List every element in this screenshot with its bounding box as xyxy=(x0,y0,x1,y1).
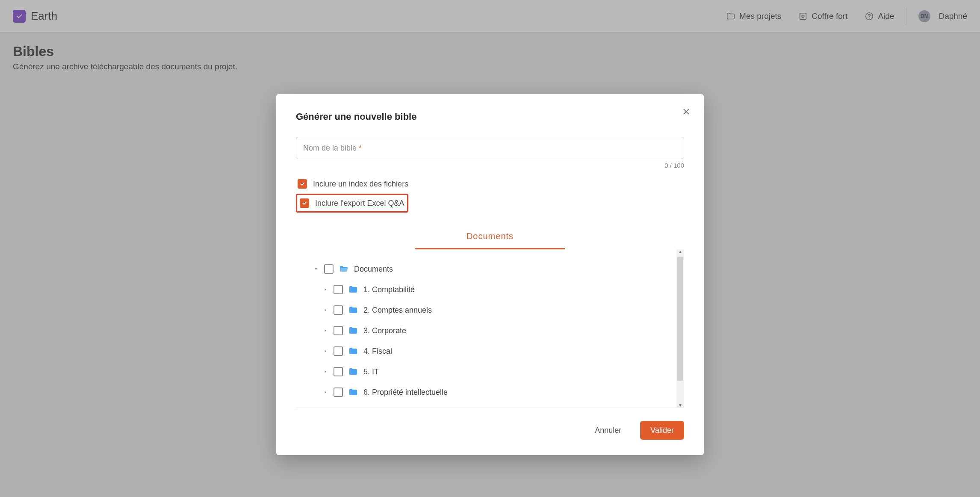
modal-backdrop: Générer une nouvelle bible Nom de la bib… xyxy=(0,0,980,71)
